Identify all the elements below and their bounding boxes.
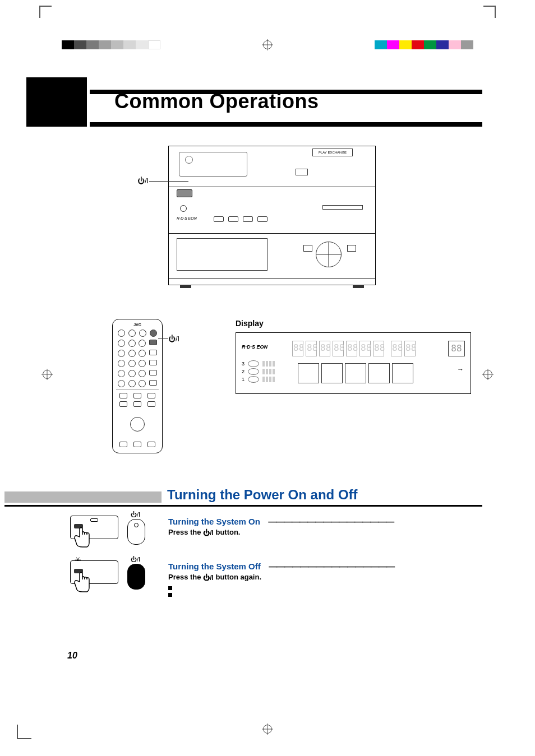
- stereo-cassette-section: [169, 234, 375, 279]
- transport-button-icon: [303, 245, 312, 252]
- bullet-markers: [168, 586, 482, 597]
- color-bar: [375, 40, 473, 49]
- power-glyph-label: ⏻/I: [131, 511, 140, 518]
- page-number: 10: [67, 651, 77, 661]
- disc-number: 2: [242, 369, 245, 374]
- section-rule: [4, 505, 482, 507]
- display-heading: Display: [236, 319, 471, 328]
- turn-on-instruction: Press the ⏻/I button.: [168, 528, 482, 537]
- power-symbol-label: ⏻/I: [137, 177, 149, 185]
- section-title: Turning the Power On and Off: [167, 487, 358, 503]
- segment-display-icon: [292, 341, 416, 356]
- jog-dial-icon: [316, 242, 342, 267]
- track-number-display: 88: [448, 341, 465, 356]
- hand-pointer-icon: [71, 526, 94, 548]
- display-rds-label: R·D·S EON: [242, 344, 268, 350]
- instruction-text: button.: [214, 528, 241, 536]
- remote-power-label: ⏻/I: [168, 335, 179, 343]
- stereo-control-section: R·D·S EON: [169, 187, 375, 234]
- remote-diagram: JVC ⏻/I: [112, 319, 179, 453]
- preset-buttons: [214, 216, 268, 222]
- volume-area: [322, 193, 367, 220]
- power-glyph-inline: ⏻/I: [203, 529, 214, 537]
- turn-on-heading: Turning the System On: [168, 517, 260, 526]
- transport-button-icon: [347, 245, 356, 252]
- title-black-box: [26, 77, 87, 127]
- disc-indicator-rows: 3 2 1: [242, 360, 275, 383]
- instruction-text: Press the: [168, 573, 203, 581]
- instruction-text: Press the: [168, 528, 203, 536]
- stereo-cd-section: PLAY EXCHANGE: [169, 146, 375, 187]
- page-title: Common Operations: [90, 90, 482, 113]
- registration-mark-left: [43, 370, 52, 379]
- section-gray-bar: [4, 491, 162, 503]
- instruction-text: button again.: [214, 573, 261, 581]
- display-panel-diagram: R·D·S EON 88 3 2 1: [236, 332, 471, 394]
- progress-arrow-icon: →: [457, 365, 464, 373]
- turn-on-illustration: ⏻/I: [70, 516, 154, 539]
- crop-mark: [483, 6, 496, 18]
- ir-window-icon: [90, 518, 98, 522]
- eject-button-icon: [296, 169, 308, 175]
- crop-mark: [39, 6, 52, 18]
- title-rule-bottom: [90, 122, 482, 127]
- stereo-feet: [169, 279, 375, 285]
- heading-dash-line: ————————————————: [269, 562, 394, 571]
- registration-mark-bottom: [263, 725, 272, 734]
- crop-mark: [17, 725, 31, 739]
- rds-eon-label: R·D·S EON: [177, 216, 197, 220]
- heading-dash-line: ————————————————: [268, 517, 394, 526]
- spectrum-blocks: [298, 363, 413, 383]
- play-exchange-badge: PLAY EXCHANGE: [312, 149, 353, 156]
- remote-dpad-icon: [123, 410, 151, 438]
- turn-off-illustration: ⚹ ⏻/I: [70, 560, 154, 584]
- grayscale-bar: [62, 40, 160, 49]
- disc-number: 1: [242, 377, 245, 382]
- leader-line: [158, 338, 168, 339]
- remote-filled-icon: [127, 564, 145, 590]
- power-glyph-label: ⏻/I: [131, 556, 140, 563]
- cassette-door-icon: [177, 238, 268, 271]
- hand-pointer-icon: [71, 571, 94, 593]
- registration-mark-top: [263, 40, 272, 49]
- turn-off-instruction: Press the ⏻/I button again.: [168, 573, 482, 582]
- phones-jack-icon: [180, 205, 187, 212]
- power-glyph-inline: ⏻/I: [203, 574, 214, 582]
- cd-tray-icon: [179, 152, 247, 177]
- stereo-diagram: ⏻/I PLAY EXCHANGE R·D·S EON: [168, 146, 376, 285]
- power-button-icon: [177, 189, 192, 197]
- turn-off-heading: Turning the System Off: [168, 562, 261, 571]
- disc-number: 3: [242, 361, 245, 367]
- remote-outline-icon: [127, 519, 145, 545]
- registration-mark-right: [483, 370, 492, 379]
- remote-brand-label: JVC: [116, 323, 159, 327]
